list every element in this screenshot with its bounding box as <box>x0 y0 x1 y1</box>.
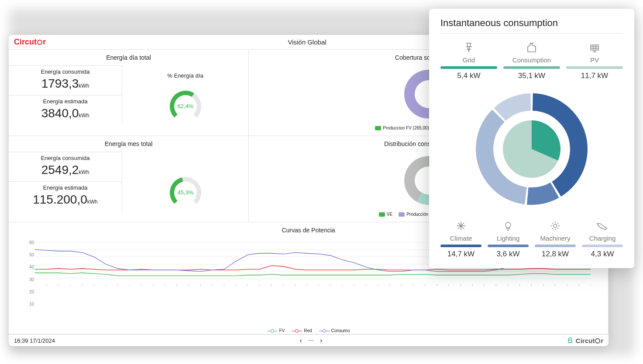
next-page-button[interactable]: › <box>320 337 322 344</box>
legend-line-marker <box>292 329 302 333</box>
metric-grid: Grid5,4 kW <box>440 41 497 80</box>
instantaneous-consumption-popup: Instantaneous consumption Grid5,4 kWCons… <box>429 9 634 268</box>
legend-label: VE <box>387 212 392 217</box>
popup-bottom-metrics: Climate14,7 kWLighting3,6 kWMachinery12,… <box>440 220 623 259</box>
metric-value: 12,8 kW <box>542 250 569 259</box>
brand-logo: Circutr <box>14 37 46 47</box>
svg-text:62,4%: 62,4% <box>177 103 193 109</box>
day-consumed-label: Energía consumida <box>14 68 117 77</box>
metric-climate: Climate14,7 kW <box>440 220 481 259</box>
legend-swatch <box>375 126 381 130</box>
metric-bar <box>488 245 529 247</box>
popup-top-metrics: Grid5,4 kWConsumption35,1 kWPV11,7 kW <box>440 41 623 80</box>
metric-label: Climate <box>450 235 472 242</box>
metric-charging: Charging4,3 kW <box>582 220 623 259</box>
legend-item[interactable]: Red <box>292 328 312 333</box>
metric-bar <box>582 245 623 247</box>
pv-icon <box>588 41 601 54</box>
legend-label: Produccion FV (265,00) <box>383 126 429 130</box>
metric-bar <box>440 66 497 69</box>
metric-bar <box>566 66 623 69</box>
month-consumed-unit: kWh <box>79 169 89 175</box>
metric-value: 35,1 kW <box>518 71 545 80</box>
metric-pv: PV11,7 kW <box>566 41 623 80</box>
lighting-icon <box>502 220 514 232</box>
metric-value: 4,3 kW <box>591 250 614 259</box>
legend-label: FV <box>279 328 285 333</box>
metric-value: 11,7 kW <box>581 71 608 80</box>
day-gauge: 62,4% <box>159 82 212 122</box>
legend-label: Producción <box>406 212 428 217</box>
prev-page-button[interactable]: ‹ <box>299 337 302 344</box>
consumption-icon <box>526 41 538 54</box>
month-expected-value: 115.200,0 <box>33 193 87 206</box>
legend-line-marker <box>319 329 330 333</box>
charging-icon <box>596 220 609 232</box>
legend-swatch <box>379 212 385 217</box>
metric-machinery: Machinery12,8 kW <box>535 220 576 259</box>
day-consumed-value: 1793,3 <box>41 77 79 90</box>
metric-label: Consumption <box>512 56 551 64</box>
svg-point-58 <box>505 222 511 228</box>
day-expected-value: 3840,0 <box>41 106 79 120</box>
footer: 16:39 17/1/2024 ‹ ··· › Circutr <box>9 334 609 346</box>
metric-label: Grid <box>463 56 475 64</box>
panel-energy-day: Energía día total Energía consumida 1793… <box>8 49 249 136</box>
metric-value: 5,4 kW <box>457 71 481 80</box>
footer-datetime: 16:39 17/1/2024 <box>14 337 55 344</box>
metric-consumption: Consumption35,1 kW <box>503 41 560 80</box>
grid-icon <box>463 41 475 54</box>
metric-bar <box>503 66 560 69</box>
machinery-icon <box>550 220 561 232</box>
metric-lighting: Lighting3,6 kW <box>488 220 529 259</box>
svg-point-59 <box>554 224 557 228</box>
instantaneous-donut-chart <box>471 88 593 210</box>
page-menu-button[interactable]: ··· <box>308 337 314 344</box>
month-expected-unit: kWh <box>87 199 98 205</box>
metric-label: Lighting <box>497 235 520 242</box>
popup-title: Instantaneous consumption <box>440 17 623 29</box>
panel-energy-month: Energía mes total Energía consumida 2549… <box>8 136 249 222</box>
svg-rect-56 <box>591 45 598 50</box>
metric-label: Charging <box>589 235 616 242</box>
metric-value: 3,6 kW <box>497 250 520 259</box>
legend-swatch <box>399 212 405 217</box>
legend-item[interactable]: FV <box>267 328 285 333</box>
panel-title-month: Energía mes total <box>9 136 248 152</box>
curves-y-axis: 605040302010 <box>22 242 34 316</box>
metric-label: Machinery <box>540 235 570 242</box>
footer-brand: Circutr <box>576 337 603 344</box>
legend-item[interactable]: Consumo <box>319 328 350 333</box>
svg-text:45,3%: 45,3% <box>177 189 193 196</box>
lock-icon[interactable] <box>567 337 573 344</box>
legend-item[interactable]: Producción <box>399 212 428 217</box>
legend-label: Consumo <box>331 328 350 333</box>
divider <box>440 33 623 34</box>
month-consumed-label: Energía consumida <box>14 155 117 163</box>
legend-item[interactable]: Produccion FV (265,00) <box>375 126 429 130</box>
day-pct-title: % Energía día <box>167 69 203 82</box>
month-consumed-value: 2549,2 <box>41 163 79 177</box>
curves-legend: FVRedConsumo <box>9 326 608 334</box>
metric-value: 14,7 kW <box>447 250 475 259</box>
metric-bar <box>535 245 576 247</box>
day-consumed-unit: kWh <box>79 83 89 89</box>
legend-label: Red <box>304 328 312 333</box>
month-expected-label: Energía estimada <box>14 184 117 193</box>
legend-line-marker <box>267 329 278 333</box>
month-gauge: 45,3% <box>159 169 212 208</box>
legend-item[interactable]: VE <box>379 212 392 217</box>
metric-bar <box>440 245 481 247</box>
metric-label: PV <box>590 56 599 64</box>
day-expected-unit: kWh <box>79 112 89 119</box>
climate-icon <box>455 220 467 232</box>
day-expected-label: Energía estimada <box>14 98 117 106</box>
panel-title-day: Energía día total <box>9 50 248 65</box>
